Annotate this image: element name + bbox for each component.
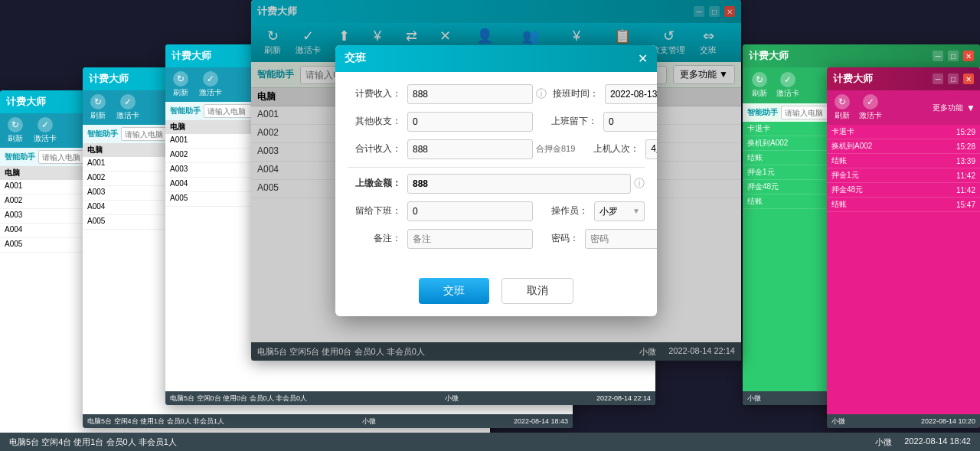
activate-btn-bg1[interactable]: ✓ 激活卡 [31, 116, 60, 145]
minimize-magenta[interactable]: ─ [933, 74, 943, 84]
statusbar-bg2: 电脑5台 空闲4台 使用1台 会员0人 非会员1人 小微 2022-08-14 … [83, 414, 573, 428]
window-magenta: 计费大师 ─ □ ✕ ↻ 刷新 ✓ 激活卡 更多功能 ▼ 卡退卡 15:29 换… [827, 67, 980, 428]
dialog-close-btn[interactable]: ✕ [638, 51, 648, 66]
operator-select[interactable]: 小罗 [594, 201, 645, 221]
income-input[interactable] [407, 84, 533, 104]
password-input[interactable] [585, 229, 657, 249]
leftover-input[interactable] [407, 201, 533, 221]
income-label: 计费收入： [348, 87, 401, 100]
dialog-footer: 交班 取消 [335, 269, 657, 316]
log-item: 押金48元 11:42 [827, 183, 980, 198]
titlebar-green: 计费大师 ─ □ ✕ [743, 44, 980, 67]
dialog-separator [348, 167, 645, 168]
bottom-status-bar: 电脑5台 空闲4台 使用1台 会员0人 非会员1人 小微 2022-08-14 … [0, 433, 980, 451]
statusbar-bg3: 电脑5台 空闲0台 使用0台 会员0人 非会员0人 小微 2022-08-14 … [165, 391, 655, 405]
activate-green[interactable]: ✓ 激活卡 [773, 70, 802, 100]
title-bg1: 计费大师 [6, 95, 46, 109]
other-income-label: 其他收支： [348, 115, 401, 128]
dialog-row-other: 其他收支： 上班留下： [348, 112, 645, 132]
content-magenta: 卡退卡 15:29 换机到A002 15:28 结账 13:39 押金1元 11… [827, 125, 980, 414]
dialog-row-handover: 上缴金额： ⓘ [348, 174, 645, 194]
operator-label: 操作员： [551, 204, 588, 217]
dialog-row-total: 合计收入： 合押金819 上机人次： [348, 139, 645, 159]
close-green[interactable]: ✕ [963, 51, 974, 61]
log-item: 换机到A002 15:28 [827, 139, 980, 154]
income-info-icon: ⓘ [536, 87, 547, 101]
title-bg3: 计费大师 [172, 49, 211, 63]
activate-btn-bg3[interactable]: ✓ 激活卡 [196, 70, 225, 100]
dialog-row-notes: 备注： 密码： [348, 229, 645, 249]
notes-label: 备注： [348, 232, 401, 245]
log-item: 押金1元 11:42 [827, 168, 980, 183]
handover-input[interactable] [407, 174, 631, 194]
dialog-titlebar: 交班 ✕ [335, 45, 657, 72]
title-bg2: 计费大师 [89, 72, 129, 86]
dialog-row-leftover: 留给下班： 操作员： 小罗 ▼ [348, 201, 645, 221]
receive-time-label: 接班时间： [553, 87, 599, 100]
notes-input[interactable] [407, 229, 533, 249]
deposit-hint: 合押金819 [536, 143, 575, 155]
dialog-overlay: 交班 ✕ 计费收入： ⓘ 接班时间： 其他收支： 上班留下： [251, 0, 741, 361]
bottom-status-time: 2022-08-14 18:42 [904, 436, 971, 448]
minimize-green[interactable]: ─ [933, 51, 943, 61]
refresh-btn-bg3[interactable]: ↻ 刷新 [170, 70, 191, 100]
title-magenta: 计费大师 [833, 72, 873, 86]
handover-label: 上缴金额： [348, 177, 401, 190]
log-item: 结账 15:47 [827, 198, 980, 212]
total-input[interactable] [407, 139, 533, 159]
leftover-label: 留给下班： [348, 204, 401, 217]
handover-info-icon: ⓘ [634, 177, 645, 191]
total-label: 合计收入： [348, 142, 401, 155]
dialog-body: 计费收入： ⓘ 接班时间： 其他收支： 上班留下： 合计收入： [335, 72, 657, 269]
toolbar-magenta: ↻ 刷新 ✓ 激活卡 更多功能 ▼ [827, 90, 980, 125]
maximize-green[interactable]: □ [948, 51, 959, 61]
online-count-input[interactable] [645, 139, 657, 159]
prev-balance-input[interactable] [603, 112, 657, 132]
refresh-icon-bg1: ↻ [8, 117, 23, 132]
bottom-status-user: 小微 [875, 436, 892, 448]
receive-time-input[interactable] [605, 84, 657, 104]
refresh-green[interactable]: ↻ 刷新 [749, 70, 770, 100]
prev-balance-label: 上班留下： [551, 115, 597, 128]
activate-btn-bg2[interactable]: ✓ 激活卡 [113, 93, 142, 123]
refresh-btn-bg2[interactable]: ↻ 刷新 [87, 93, 109, 123]
titlebar-magenta: 计费大师 ─ □ ✕ [827, 67, 980, 90]
title-green: 计费大师 [749, 49, 789, 63]
confirm-shiftchange-btn[interactable]: 交班 [419, 278, 489, 304]
dialog-row-income: 计费收入： ⓘ 接班时间： [348, 84, 645, 104]
log-item: 卡退卡 15:29 [827, 125, 980, 139]
close-magenta[interactable]: ✕ [963, 74, 974, 84]
bottom-status-stats: 电脑5台 空闲4台 使用1台 会员0人 非会员1人 [9, 436, 177, 448]
shiftchange-dialog: 交班 ✕ 计费收入： ⓘ 接班时间： 其他收支： 上班留下： [335, 45, 657, 316]
maximize-magenta[interactable]: □ [948, 74, 959, 84]
other-income-input[interactable] [407, 112, 533, 132]
dialog-title: 交班 [345, 51, 366, 65]
log-item: 结账 13:39 [827, 154, 980, 168]
statusbar-magenta: 小微 2022-08-14 10:20 [827, 414, 980, 428]
password-label: 密码： [551, 232, 579, 245]
activate-icon-bg1: ✓ [38, 117, 53, 132]
online-count-label: 上机人次： [593, 142, 639, 155]
refresh-magenta[interactable]: ↻ 刷新 [831, 93, 853, 123]
chevron-magenta: ▼ [966, 103, 975, 113]
activate-magenta[interactable]: ✓ 激活卡 [856, 93, 885, 123]
cancel-shiftchange-btn[interactable]: 取消 [501, 278, 573, 304]
refresh-btn-bg1[interactable]: ↻ 刷新 [5, 116, 26, 145]
